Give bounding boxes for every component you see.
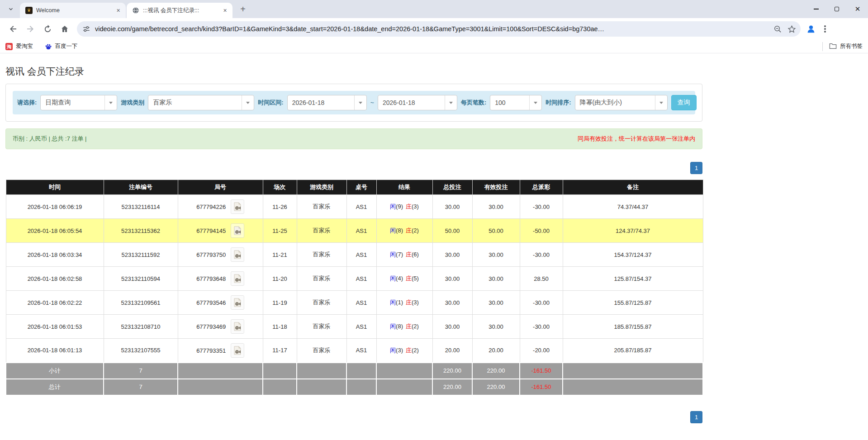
table-header-row: 时间 注单编号 局号 场次 游戏类别 桌号 结果 总投注 有效投注 总派彩 备注	[6, 180, 703, 195]
cell-valid-bet: 30.00	[472, 243, 520, 267]
cell-bet-id: 523132115362	[104, 219, 178, 243]
tab-welcome[interactable]: ♛ Welcome ×	[20, 3, 126, 18]
zoom-out-indicator-icon[interactable]	[773, 25, 782, 33]
cell-total-bet: 30.00	[432, 291, 472, 315]
cell-session: 11-21	[263, 243, 297, 267]
bookmarks-bar: 淘 爱淘宝 百度一下 所有书签	[0, 40, 868, 53]
bet-row: 2026-01-18 06:02:58523132110594677793648…	[6, 267, 703, 291]
per-page-select[interactable]: 100	[490, 95, 542, 110]
bet-table-body: 2026-01-18 06:06:19523132116114677794226…	[6, 195, 703, 363]
summary-bar: 币别 : 人民币 | 总共 :7 注单 | 同局有效投注，统一计算在该局第一张注…	[5, 128, 702, 149]
video-replay-icon[interactable]	[231, 223, 244, 238]
cell-remark: 185.87/155.87	[563, 315, 703, 339]
cell-result: 闲(9)庄(3)	[376, 195, 432, 219]
result-player-score: (4)	[396, 275, 403, 282]
bookmark-baidu[interactable]: 百度一下	[45, 43, 78, 50]
bet-records-table: 时间 注单编号 局号 场次 游戏类别 桌号 结果 总投注 有效投注 总派彩 备注…	[5, 180, 703, 396]
video-replay-icon[interactable]	[231, 295, 244, 310]
filter-bar: 请选择: 日期查询 游戏类别 百家乐 时间区间: 2026-01-18 ~ 20…	[13, 91, 695, 114]
tab-close-icon[interactable]: ×	[221, 7, 229, 14]
reload-button[interactable]	[40, 21, 55, 37]
maximize-button[interactable]	[826, 0, 847, 18]
result-banker-label: 庄	[406, 251, 412, 258]
cell-total-bet: 20.00	[432, 339, 472, 363]
cell-payout: -50.00	[520, 219, 563, 243]
cell-payout: -30.00	[520, 243, 563, 267]
cell-session: 11-25	[263, 219, 297, 243]
empty-cell	[346, 363, 376, 379]
bet-row: 2026-01-18 06:06:19523132116114677794226…	[6, 195, 703, 219]
cell-round: 677793648	[178, 267, 263, 291]
video-replay-icon[interactable]	[231, 271, 244, 286]
browser-toolbar: videoie.com/game/betrecord_search/kind3?…	[0, 18, 868, 40]
cell-time: 2026-01-18 06:01:13	[6, 339, 104, 363]
cell-time: 2026-01-18 06:02:58	[6, 267, 104, 291]
empty-cell	[297, 379, 346, 395]
minimize-button[interactable]	[806, 0, 826, 18]
cell-game-kind: 百家乐	[297, 339, 346, 363]
result-banker-score: (6)	[412, 251, 419, 258]
new-tab-button[interactable]: +	[237, 4, 249, 14]
date-start-input[interactable]: 2026-01-18	[287, 95, 367, 110]
subtotal-total-bet: 220.00	[432, 363, 472, 379]
video-replay-icon[interactable]	[231, 319, 244, 334]
cell-session: 11-17	[263, 339, 297, 363]
result-player-label: 闲	[390, 275, 396, 282]
forward-button[interactable]	[23, 21, 38, 37]
cell-valid-bet: 30.00	[472, 291, 520, 315]
game-kind-select[interactable]: 百家乐	[148, 95, 254, 110]
tab-search-button[interactable]	[5, 3, 17, 15]
cell-remark: 74.37/44.37	[563, 195, 703, 219]
cell-round: 677793750	[178, 243, 263, 267]
bookmark-star-icon[interactable]	[787, 25, 796, 33]
result-banker-label: 庄	[406, 227, 412, 234]
empty-cell	[376, 379, 432, 395]
result-banker-label: 庄	[406, 347, 412, 354]
grand-total-row: 总计 7 220.00 220.00 -161.50	[6, 379, 703, 395]
site-settings-icon[interactable]	[82, 25, 90, 33]
cell-round: 677793546	[178, 291, 263, 315]
bookmark-taobao[interactable]: 淘 爱淘宝	[5, 43, 33, 50]
empty-cell	[178, 363, 263, 379]
date-end-input[interactable]: 2026-01-18	[378, 95, 457, 110]
baidu-paw-icon	[45, 43, 52, 50]
video-replay-icon[interactable]	[231, 247, 244, 262]
bookmark-label: 百度一下	[55, 43, 78, 50]
profile-avatar[interactable]	[806, 24, 816, 34]
bet-row: 2026-01-18 06:01:13523132107555677793351…	[6, 339, 703, 363]
page-1-button[interactable]: 1	[690, 162, 702, 174]
chevron-down-icon	[445, 95, 457, 110]
video-replay-icon[interactable]	[231, 343, 244, 358]
menu-dots-icon[interactable]	[822, 24, 828, 34]
empty-cell	[563, 363, 703, 379]
all-bookmarks-button[interactable]: 所有书签	[822, 42, 863, 51]
chevron-down-icon	[104, 95, 117, 110]
result-player-label: 闲	[390, 299, 396, 306]
sort-select[interactable]: 降幂(由大到小)	[575, 95, 668, 110]
empty-cell	[263, 363, 297, 379]
video-replay-icon[interactable]	[231, 199, 244, 214]
result-player-score: (1)	[396, 299, 403, 306]
cell-remark: 205.87/185.87	[563, 339, 703, 363]
cell-result: 闲(4)庄(5)	[376, 267, 432, 291]
cell-round: 677794226	[178, 195, 263, 219]
tab-betrecord[interactable]: :::视讯 会员下注纪录::: ×	[127, 3, 232, 18]
tab-strip: ♛ Welcome × :::视讯 会员下注纪录::: × + ✕	[0, 0, 868, 18]
cell-time: 2026-01-18 06:06:19	[6, 195, 104, 219]
query-type-select[interactable]: 日期查询	[40, 95, 117, 110]
cell-payout: 28.50	[520, 267, 563, 291]
back-button[interactable]	[5, 21, 21, 37]
cell-session: 11-18	[263, 315, 297, 339]
cell-bet-id: 523132110594	[104, 267, 178, 291]
page-1-button[interactable]: 1	[690, 411, 702, 423]
tab-close-icon[interactable]: ×	[114, 7, 122, 14]
home-button[interactable]	[57, 21, 72, 37]
address-bar[interactable]: videoie.com/game/betrecord_search/kind3?…	[77, 21, 801, 37]
cell-session: 11-19	[263, 291, 297, 315]
tab-title: Welcome	[36, 7, 114, 14]
url-text[interactable]: videoie.com/game/betrecord_search/kind3?…	[95, 25, 769, 33]
cell-game-kind: 百家乐	[297, 219, 346, 243]
search-button[interactable]: 查询	[671, 95, 697, 110]
close-window-button[interactable]: ✕	[847, 0, 868, 18]
cell-round: 677793351	[178, 339, 263, 363]
